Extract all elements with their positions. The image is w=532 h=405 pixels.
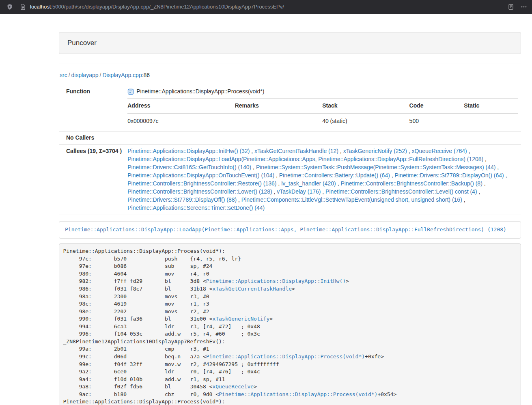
page-content: Puncover src/displayapp/DisplayApp.cpp:8…	[59, 32, 521, 405]
callee-separator: ,	[467, 148, 470, 154]
callee-separator: ,	[482, 180, 486, 187]
function-title: Pinetime::Applications::DisplayApp::Proc…	[127, 88, 518, 96]
col-header-stack: Stack	[322, 99, 409, 114]
function-table: Function Pinetime::Applications::Display…	[59, 85, 521, 215]
callee-separator: ,	[462, 196, 465, 203]
disassembly-symbol-link[interactable]: xTaskGenericNotify	[212, 316, 269, 322]
callee-link[interactable]: xQueueReceive (764)	[412, 148, 467, 154]
breadcrumb: src/displayapp/DisplayApp.cpp:86	[60, 71, 520, 80]
callees-list: Pinetime::Applications::DisplayApp::Init…	[127, 148, 507, 211]
menu-icon[interactable]	[521, 4, 527, 10]
divider	[59, 63, 521, 63]
cell-static	[464, 114, 518, 129]
function-row: Function Pinetime::Applications::Display…	[59, 85, 521, 131]
page-title: Puncover	[67, 39, 97, 47]
callee-link[interactable]: Pinetime::Controllers::BrightnessControl…	[127, 188, 272, 195]
callee-link[interactable]: lv_task_handler (420)	[281, 180, 336, 187]
callee-link[interactable]: Pinetime::Controllers::BrightnessControl…	[325, 188, 477, 195]
callee-link[interactable]: Pinetime::Drivers::St7789::DisplayOn() (…	[395, 172, 504, 179]
callee-link[interactable]: Pinetime::System::SystemTask::PushMessag…	[256, 164, 496, 170]
disassembly-symbol-link[interactable]: Pinetime::Applications::DisplayApp::Init…	[206, 278, 346, 284]
details-header-row: Address Remarks Stack Code Static	[127, 99, 518, 114]
callee-separator: ,	[407, 148, 412, 154]
callee-separator: ,	[237, 196, 241, 203]
callee-link[interactable]: Pinetime::Drivers::Cst816S::GetTouchInfo…	[127, 164, 251, 170]
callee-link[interactable]: xTaskGetCurrentTaskHandle (12)	[254, 148, 338, 154]
browser-toolbar: localhost:5000/path/src/displayapp/Displ…	[0, 0, 532, 14]
url-bar[interactable]: localhost:5000/path/src/displayapp/Displ…	[30, 3, 284, 11]
callee-link[interactable]: Pinetime::Applications::Screens::Timer::…	[127, 205, 265, 211]
function-icon	[127, 88, 134, 95]
col-header-remarks: Remarks	[235, 99, 322, 114]
breadcrumb-separator: /	[67, 72, 71, 78]
breadcrumb-link-src[interactable]: src	[60, 72, 67, 78]
disassembly-symbol-link[interactable]: Pinetime::Applications::DisplayApp::Proc…	[206, 353, 365, 360]
disassembly-symbol-link[interactable]: xQueueReceive	[212, 383, 254, 390]
disassembly-symbol-link[interactable]: xTaskGetCurrentTaskHandle	[212, 286, 292, 292]
callee-link[interactable]: vTaskDelay (176)	[277, 188, 321, 195]
callee-separator: ,	[483, 156, 487, 162]
breadcrumb-line-number: :86	[142, 72, 150, 78]
col-header-code: Code	[409, 99, 464, 114]
breadcrumb-link-displayapp[interactable]: displayapp	[71, 72, 99, 78]
callee-link[interactable]: Pinetime::Applications::DisplayApp::Init…	[127, 148, 250, 154]
callee-separator: ,	[504, 172, 507, 179]
callee-separator: ,	[336, 180, 341, 187]
callee-link[interactable]: Pinetime::Components::LittleVgl::SetNewT…	[241, 196, 462, 203]
details-value-row: 0x0000097c 40 (static) 500	[127, 114, 518, 129]
reader-mode-icon[interactable]	[508, 4, 514, 10]
disassembly-symbol-link[interactable]: Pinetime::Applications::DisplayApp::Proc…	[219, 391, 377, 397]
callee-separator: ,	[495, 164, 499, 170]
url-path: :5000/path/src/displayapp/DisplayApp.cpp…	[51, 4, 284, 10]
callee-link[interactable]: Pinetime::Applications::DisplayApp::Load…	[127, 156, 483, 162]
page-info-icon[interactable]	[19, 4, 26, 10]
cell-stack: 40 (static)	[322, 114, 409, 129]
callees-row: Callees (19, Σ=3704 ) Pinetime::Applicat…	[59, 145, 521, 215]
callee-separator: ,	[477, 188, 480, 195]
cell-code: 500	[409, 114, 464, 129]
url-host: localhost	[30, 4, 51, 10]
function-details-table: Address Remarks Stack Code Static 0x0000…	[127, 98, 518, 129]
cell-address: 0x0000097c	[127, 114, 235, 129]
callees-header: Callees (19, Σ=3704 )	[59, 145, 125, 215]
disassembly-pre: Pinetime::Applications::DisplayApp::Proc…	[59, 243, 521, 405]
col-header-static: Static	[464, 99, 518, 114]
shield-icon[interactable]	[6, 4, 13, 10]
cell-remarks	[235, 114, 322, 129]
no-callers-row: No Callers	[59, 131, 521, 145]
col-header-address: Address	[127, 99, 235, 114]
callee-link[interactable]: Pinetime::Controllers::BrightnessControl…	[127, 180, 276, 187]
callee-separator: ,	[272, 188, 277, 195]
callee-link[interactable]: xTaskGenericNotify (252)	[343, 148, 407, 154]
callee-separator: ,	[321, 188, 325, 195]
app-title-panel: Puncover	[59, 32, 521, 54]
callee-separator: ,	[276, 180, 281, 187]
callee-separator: ,	[250, 148, 254, 154]
symbol-panel-link[interactable]: Pinetime::Applications::DisplayApp::Load…	[65, 226, 506, 233]
callee-link[interactable]: Pinetime::Controllers::BrightnessControl…	[340, 180, 482, 187]
callee-separator: ,	[338, 148, 343, 154]
function-row-header: Function	[59, 85, 125, 131]
callee-link[interactable]: Pinetime::Controllers::Battery::Update()…	[279, 172, 390, 179]
no-callers-header: No Callers	[59, 131, 125, 145]
callee-separator: ,	[390, 172, 395, 179]
breadcrumb-link-file[interactable]: DisplayApp.cpp	[102, 72, 142, 78]
function-name: Pinetime::Applications::DisplayApp::Proc…	[136, 88, 264, 96]
callee-link[interactable]: Pinetime::Applications::DisplayApp::OnTo…	[127, 172, 274, 179]
selected-symbol-panel: Pinetime::Applications::DisplayApp::Load…	[59, 221, 521, 239]
callee-separator: ,	[251, 164, 256, 170]
callee-link[interactable]: Pinetime::Drivers::St7789::DisplayOff() …	[127, 196, 237, 203]
callee-separator: ,	[274, 172, 279, 179]
breadcrumb-separator: /	[99, 72, 103, 78]
